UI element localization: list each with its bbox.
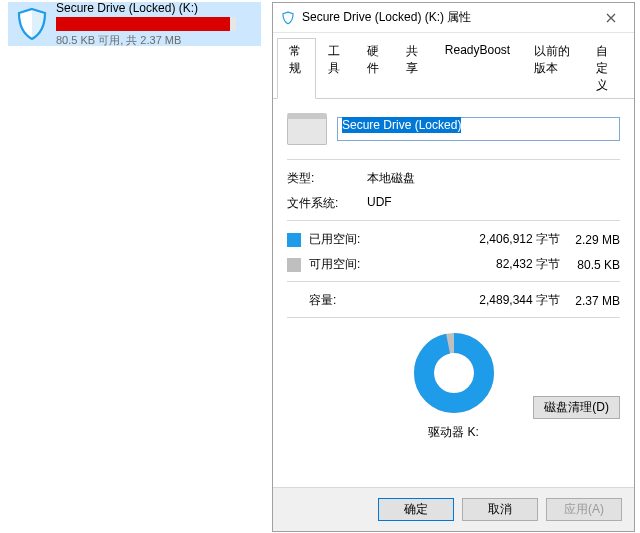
tab-previous[interactable]: 以前的版本 <box>522 38 583 99</box>
tab-readyboost[interactable]: ReadyBoost <box>433 38 522 99</box>
dialog-title: Secure Drive (Locked) (K:) 属性 <box>302 9 590 26</box>
drive-usage-fill <box>56 17 230 31</box>
free-space-swatch <box>287 258 301 272</box>
free-space-label: 可用空间: <box>309 256 455 273</box>
capacity-label: 容量: <box>309 292 455 309</box>
free-space-bytes: 82,432 字节 <box>455 256 560 273</box>
disk-icon <box>287 113 327 145</box>
used-space-bytes: 2,406,912 字节 <box>455 231 560 248</box>
used-space-size: 2.29 MB <box>560 233 620 247</box>
ok-button[interactable]: 确定 <box>378 498 454 521</box>
disk-cleanup-button[interactable]: 磁盘清理(D) <box>533 396 620 419</box>
volume-name-input[interactable]: Secure Drive (Locked) <box>337 117 620 141</box>
tab-strip: 常规 工具 硬件 共享 ReadyBoost 以前的版本 自定义 <box>273 33 634 99</box>
volume-name-value: Secure Drive (Locked) <box>342 117 461 133</box>
capacity-bytes: 2,489,344 字节 <box>455 292 560 309</box>
drive-letter-label: 驱动器 K: <box>287 424 620 441</box>
drive-title: Secure Drive (Locked) (K:) <box>56 1 257 15</box>
separator <box>287 220 620 221</box>
separator <box>287 281 620 282</box>
drive-info: Secure Drive (Locked) (K:) 80.5 KB 可用, 共… <box>52 1 257 48</box>
tab-hardware[interactable]: 硬件 <box>355 38 394 99</box>
properties-dialog: Secure Drive (Locked) (K:) 属性 常规 工具 硬件 共… <box>272 2 635 532</box>
type-value: 本地磁盘 <box>367 170 415 187</box>
tab-sharing[interactable]: 共享 <box>394 38 433 99</box>
dialog-footer: 确定 取消 应用(A) <box>273 487 634 531</box>
tab-tools[interactable]: 工具 <box>316 38 355 99</box>
svg-point-1 <box>424 343 484 403</box>
usage-chart-area: 驱动器 K: 磁盘清理(D) <box>287 328 620 438</box>
separator <box>287 159 620 160</box>
filesystem-label: 文件系统: <box>287 195 367 212</box>
usage-donut-chart <box>409 328 499 418</box>
dialog-content: Secure Drive (Locked) 类型: 本地磁盘 文件系统: UDF… <box>273 99 634 487</box>
used-space-swatch <box>287 233 301 247</box>
tab-custom[interactable]: 自定义 <box>584 38 630 99</box>
capacity-size: 2.37 MB <box>560 294 620 308</box>
tab-general[interactable]: 常规 <box>277 38 316 99</box>
apply-button[interactable]: 应用(A) <box>546 498 622 521</box>
separator <box>287 317 620 318</box>
filesystem-value: UDF <box>367 195 392 212</box>
type-label: 类型: <box>287 170 367 187</box>
free-space-size: 80.5 KB <box>560 258 620 272</box>
shield-icon <box>279 9 297 27</box>
close-button[interactable] <box>590 4 632 32</box>
drive-usage-bar <box>56 17 236 31</box>
shield-icon <box>12 4 52 44</box>
used-space-label: 已用空间: <box>309 231 455 248</box>
cancel-button[interactable]: 取消 <box>462 498 538 521</box>
dialog-titlebar[interactable]: Secure Drive (Locked) (K:) 属性 <box>273 3 634 33</box>
drive-subtext: 80.5 KB 可用, 共 2.37 MB <box>56 33 257 48</box>
drive-list-item[interactable]: Secure Drive (Locked) (K:) 80.5 KB 可用, 共… <box>8 2 261 46</box>
